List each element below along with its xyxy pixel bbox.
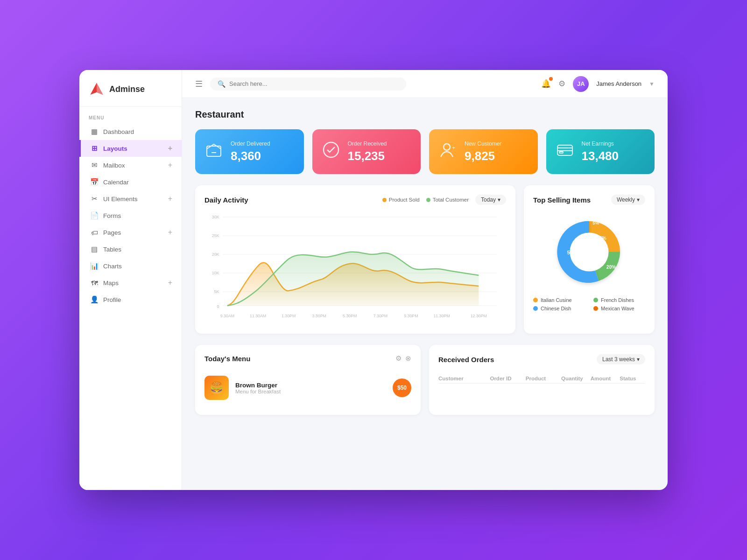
sidebar-icon-ui-elements: ✂ — [90, 195, 99, 203]
todays-menu-header: Today's Menu ⚙ ⊗ — [204, 354, 411, 363]
top-selling-filter[interactable]: Weekly ▾ — [611, 195, 645, 205]
plus-icon-layouts[interactable]: + — [168, 144, 172, 153]
daily-activity-filter[interactable]: Today ▾ — [475, 195, 506, 205]
settings-icon[interactable]: ⚙ — [558, 79, 565, 89]
stat-card-received: Order Received 15,235 — [312, 129, 421, 174]
svg-text:9.30PM: 9.30PM — [404, 314, 418, 318]
sidebar-item-layouts[interactable]: ⊞ Layouts + — [79, 140, 182, 157]
legend-dot-customer — [426, 198, 430, 202]
received-orders-header: Received Orders Last 3 weeks ▾ — [438, 354, 645, 364]
avatar: JA — [573, 76, 589, 92]
sidebar-icon-mailbox: ✉ — [90, 161, 99, 169]
dot-mexican — [593, 306, 598, 311]
line-chart-area: 0 5K 10K 20K 25K 30K 9.30AM 11.30AM 1.30… — [204, 212, 506, 324]
topbar-right: 🔔 ⚙ JA James Anderson ▼ — [541, 76, 655, 92]
col-quantity: Quantity — [561, 376, 587, 381]
stat-icon-earnings — [556, 140, 574, 163]
pct-italian: 25% — [597, 236, 606, 241]
search-input[interactable] — [229, 80, 399, 87]
search-icon: 🔍 — [218, 80, 226, 88]
svg-text:20K: 20K — [212, 252, 219, 257]
stat-value-received: 15,235 — [348, 149, 387, 163]
legend-italian: Italian Cusine — [533, 297, 585, 303]
sidebar-item-pages[interactable]: 🏷 Pages + — [79, 224, 182, 241]
gear-icon[interactable]: ⚙ — [395, 354, 402, 363]
plus-icon-ui-elements[interactable]: + — [168, 195, 172, 203]
food-info: Brown Burger Menu for Breakfast — [235, 382, 386, 394]
svg-text:3.30PM: 3.30PM — [312, 314, 326, 318]
svg-text:1.30PM: 1.30PM — [282, 314, 296, 318]
menu-settings-icons: ⚙ ⊗ — [395, 354, 411, 363]
pct-chinese: 50% — [567, 250, 578, 255]
pct-french: 20% — [606, 265, 616, 270]
stat-info-delivered: Order Delivered 8,360 — [231, 140, 270, 163]
daily-activity-header: Daily Activity Product Sold Total Custom… — [204, 195, 506, 205]
stat-value-earnings: 13,480 — [582, 149, 619, 163]
sidebar-label-ui-elements: UI Elements — [103, 196, 138, 203]
bottom-row: Today's Menu ⚙ ⊗ 🍔 Brown Burger Menu for… — [195, 345, 655, 415]
sidebar-item-dashboard[interactable]: ▦ Dashboard — [79, 123, 182, 140]
close-circle-icon[interactable]: ⊗ — [405, 354, 411, 363]
svg-text:0: 0 — [217, 304, 219, 309]
label-french: French Dishes — [601, 297, 634, 303]
svg-text:25K: 25K — [212, 233, 219, 238]
svg-text:5K: 5K — [214, 289, 219, 294]
sidebar-item-calendar[interactable]: 📅 Calendar — [79, 174, 182, 190]
plus-icon-maps[interactable]: + — [168, 279, 172, 287]
sidebar-item-mailbox[interactable]: ✉ Mailbox + — [79, 157, 182, 174]
content-area: Restaurant Order Delivered 8,360 Order R… — [182, 98, 668, 490]
sidebar-icon-charts: 📊 — [90, 262, 99, 270]
col-orderid: Order ID — [490, 376, 521, 381]
sidebar-item-tables[interactable]: ▤ Tables — [79, 241, 182, 258]
svg-text:7.30PM: 7.30PM — [374, 314, 388, 318]
sidebar-item-maps[interactable]: 🗺 Maps + — [79, 274, 182, 291]
legend-chinese: Chinese Dish — [533, 306, 585, 311]
sidebar: Adminse MENU ▦ Dashboard ⊞ Layouts +✉ Ma… — [79, 70, 182, 490]
hamburger-icon[interactable]: ☰ — [195, 79, 203, 89]
pct-mexican: 5% — [592, 220, 599, 225]
sidebar-item-profile[interactable]: 👤 Profile — [79, 291, 182, 308]
sidebar-item-forms[interactable]: 📄 Forms — [79, 207, 182, 224]
user-dropdown-icon[interactable]: ▼ — [649, 81, 655, 87]
sidebar-label-mailbox: Mailbox — [103, 162, 125, 169]
stat-value-delivered: 8,360 — [231, 149, 270, 163]
svg-text:11.30PM: 11.30PM — [433, 314, 450, 318]
dot-french — [593, 298, 598, 302]
sidebar-item-charts[interactable]: 📊 Charts — [79, 258, 182, 274]
svg-point-3 — [324, 142, 338, 157]
legend-mexican: Mexican Wave — [593, 306, 645, 311]
orders-filter-chevron: ▾ — [637, 356, 640, 363]
todays-menu-card: Today's Menu ⚙ ⊗ 🍔 Brown Burger Menu for… — [195, 345, 421, 415]
received-orders-filter[interactable]: Last 3 weeks ▾ — [597, 354, 645, 364]
svg-text:12.30PM: 12.30PM — [471, 314, 487, 318]
sidebar-label-forms: Forms — [103, 212, 121, 219]
svg-text:+: + — [452, 145, 455, 151]
sidebar-icon-tables: ▤ — [90, 245, 99, 253]
line-chart-svg: 0 5K 10K 20K 25K 30K 9.30AM 11.30AM 1.30… — [204, 212, 506, 324]
filter-chevron: ▾ — [498, 196, 500, 203]
stat-icon-delivered — [204, 140, 223, 163]
top-selling-card: Top Selling Items Weekly ▾ — [524, 185, 655, 334]
sidebar-label-layouts: Layouts — [103, 145, 127, 152]
svg-text:30K: 30K — [212, 215, 219, 219]
user-name: James Anderson — [596, 80, 641, 87]
stat-card-delivered: Order Delivered 8,360 — [195, 129, 304, 174]
food-sub: Menu for Breakfast — [235, 389, 386, 394]
sidebar-label-charts: Charts — [103, 263, 122, 270]
notification-icon[interactable]: 🔔 — [541, 79, 551, 89]
svg-rect-7 — [557, 148, 572, 151]
svg-text:9.30AM: 9.30AM — [220, 314, 234, 318]
plus-icon-pages[interactable]: + — [168, 228, 172, 237]
orders-table-header: Customer Order ID Product Quantity Amoun… — [438, 372, 645, 384]
search-bar[interactable]: 🔍 — [210, 77, 406, 91]
col-amount: Amount — [591, 376, 616, 381]
sidebar-label-pages: Pages — [103, 229, 121, 236]
label-italian: Italian Cusine — [541, 297, 572, 303]
stat-label-earnings: Net Earnings — [582, 140, 619, 147]
stat-info-received: Order Received 15,235 — [348, 140, 387, 163]
sidebar-item-ui-elements[interactable]: ✂ UI Elements + — [79, 190, 182, 207]
donut-chart: 25% 20% 50% 5% — [550, 212, 629, 292]
topbar: ☰ 🔍 🔔 ⚙ JA James Anderson ▼ — [182, 70, 668, 98]
legend-dot-product — [382, 198, 387, 202]
plus-icon-mailbox[interactable]: + — [168, 161, 172, 169]
